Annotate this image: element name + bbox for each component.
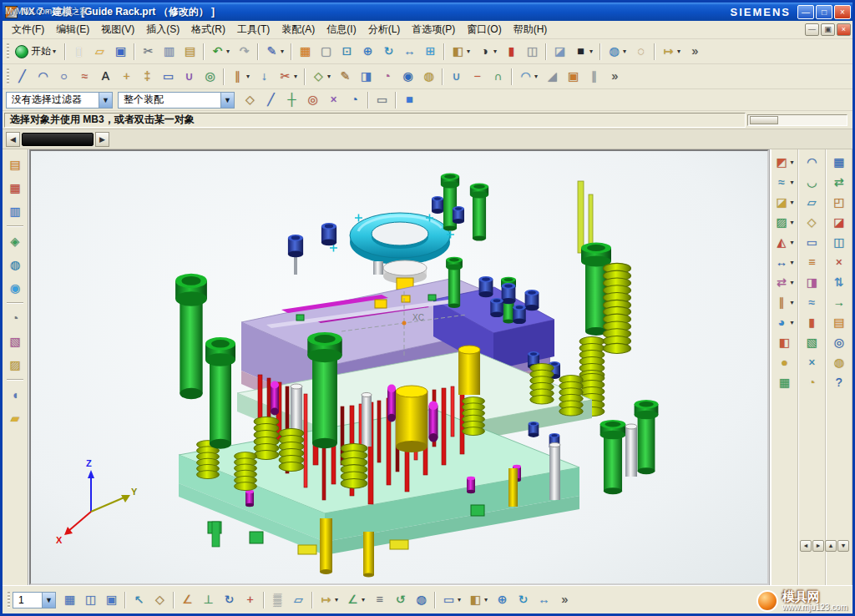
thicken-button[interactable]: ▮ [802,313,822,331]
split-body-button[interactable]: ◫ [828,233,849,251]
docked-window-handle[interactable] [22,133,94,146]
arc-button[interactable]: ◠ [33,67,53,87]
process-studio-button[interactable]: ▧ [5,331,26,351]
minimize-button[interactable]: — [797,5,814,19]
trimmed-sheet-button[interactable]: ◨ [802,273,822,291]
chevron-down-icon[interactable]: ▼ [42,593,55,608]
wcs-orient-button[interactable]: ⊥ [198,590,219,610]
offset-curve-button[interactable]: ∥▾ [227,67,254,87]
reflection-analysis-button[interactable]: ▨▾ [772,213,798,231]
save-button[interactable]: ▣ [110,42,131,62]
web-browser-button[interactable]: ◉ [5,278,26,298]
layout-side-button[interactable]: ◫ [80,590,101,610]
command-finder-button[interactable]: ◎ [828,333,849,351]
delete-face-button[interactable]: × [828,253,849,271]
front-view-button[interactable]: ▭▾ [438,590,465,610]
hole-button[interactable]: ◉ [397,67,418,87]
sphere-analysis-button[interactable]: ● [774,353,795,371]
open-button[interactable]: ▱ [89,42,110,62]
new-part-button[interactable]: ▯ [68,42,89,62]
toolbar-grip[interactable] [8,592,10,608]
show-hide-button[interactable]: ◍▾ [604,42,630,62]
intersect-button[interactable]: ∩ [488,67,508,87]
studio-surface-button[interactable]: ◔ [802,373,822,391]
move-object-button[interactable]: ◪ [549,42,570,62]
touch-mode-button[interactable]: ✎▾ [261,42,288,62]
offset-surface-button[interactable]: ≡ [802,253,822,271]
boss-button[interactable]: ◍ [418,67,439,87]
assembly-navigator-button[interactable]: ▤ [5,154,26,174]
shaded-display-button[interactable]: ◑▾ [474,42,501,62]
shell-button[interactable]: ▣ [563,67,584,87]
menu-preferences[interactable]: 首选项(P) [406,21,461,38]
menu-tools[interactable]: 工具(T) [231,21,276,38]
reuse-library-button[interactable]: ◈ [5,231,26,251]
child-restore-button[interactable]: ▣ [821,23,835,36]
menu-edit[interactable]: 编辑(E) [50,21,95,38]
spline-button[interactable]: ≈ [74,67,95,87]
highlight-lines-button[interactable]: ∥▾ [772,293,798,311]
zoom-bottom-button[interactable]: ⊕ [492,590,513,610]
patch-button[interactable]: ▧ [802,333,822,351]
dock-scroll-up-button[interactable]: ▴ [825,540,837,552]
text-button[interactable]: A [95,67,116,87]
menu-help[interactable]: 帮助(H) [508,21,554,38]
extrude-button[interactable]: ◨ [356,67,377,87]
wcs-rotate-button[interactable]: ↻ [219,590,240,610]
palette-button[interactable]: ▰ [5,408,26,428]
graphics-window[interactable]: XC Z Y X [29,149,769,585]
rectangle-select-button[interactable]: ▭ [372,90,392,110]
thread-button[interactable]: ∥ [584,67,605,87]
x-form-button[interactable]: × [802,353,822,371]
maximize-button[interactable]: □ [816,5,832,19]
rotate-view-button[interactable]: ↻ [378,42,399,62]
unite-button[interactable]: ∪ [446,67,467,87]
dynamic-section-button[interactable]: ◧ [774,333,795,351]
wireframe-display-button[interactable]: ◫ [522,42,543,62]
part-cleanup-button[interactable]: ◍ [828,353,849,371]
curve-analysis-button[interactable]: ≈▾ [772,173,798,191]
toolbar-overflow-button[interactable]: » [685,42,706,62]
sew-button[interactable]: ≈ [802,293,822,311]
wcs-dynamics-button[interactable]: ∠ [177,590,198,610]
menu-assemblies[interactable]: 装配(A) [276,21,321,38]
dock-scroll-left-button[interactable]: ◂ [800,540,812,552]
zoom-box-button[interactable]: ⊡ [336,42,357,62]
trim-body-button[interactable]: ◪ [828,213,849,231]
work-assembly-button[interactable]: ■ [399,90,420,110]
analysis-display-button[interactable]: ▮ [501,42,522,62]
work-layer-combo[interactable]: 1 ▼ [13,592,56,608]
refresh-button[interactable]: ↺ [390,590,411,610]
status-slider[interactable] [747,114,847,126]
child-minimize-button[interactable]: — [805,23,819,36]
menu-analysis[interactable]: 分析(L) [362,21,407,38]
child-close-button[interactable]: × [837,23,851,36]
roles-button[interactable]: ◖ [5,385,26,405]
zoom-in-button[interactable]: ⊕ [357,42,378,62]
isometric-view-button[interactable]: ◧▾ [465,590,492,610]
constraint-navigator-button[interactable]: ▦ [5,178,26,198]
tab-scroll-left-icon[interactable]: ◀ [6,132,20,147]
intersection-snap-button[interactable]: × [323,90,344,110]
menu-insert[interactable]: 插入(S) [140,21,185,38]
replace-face-button[interactable]: ⇅ [828,273,849,291]
status-slider-thumb[interactable] [750,116,778,124]
ruled-surface-button[interactable]: ▱ [802,193,822,211]
n-sided-surface-button[interactable]: ◇ [802,213,822,231]
menu-file[interactable]: 文件(F) [6,21,50,38]
pattern-feature-button[interactable]: ▦ [828,153,849,171]
dock-scroll-right-button[interactable]: ▸ [812,540,824,552]
pan-bottom-button[interactable]: ↔ [534,590,554,610]
studio-spline-button[interactable]: ∪ [179,67,200,87]
fit-view-button[interactable]: ⊞ [420,42,441,62]
project-curve-button[interactable]: ↓ [254,67,275,87]
chamfer-button[interactable]: ◢ [542,67,563,87]
sketch-button[interactable]: ✎ [335,67,356,87]
view-orient-button[interactable]: ◧▾ [448,42,474,62]
circle-button[interactable]: ○ [53,67,74,87]
helix-button[interactable]: ◎ [200,67,220,87]
gap-flushness-button[interactable]: ⇄▾ [772,273,798,291]
center-snap-button[interactable]: ◎ [302,90,323,110]
selection-scope-combo[interactable]: 整个装配 ▼ [118,92,235,109]
toolbar-grip[interactable] [7,43,9,60]
